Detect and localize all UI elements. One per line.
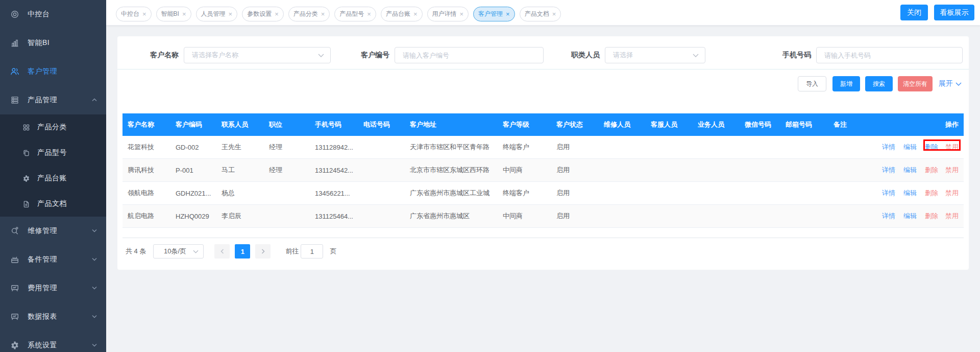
cell: 北京市市辖区东城区西环路 [405, 166, 498, 175]
import-button[interactable]: 导入 [798, 76, 826, 91]
disable-link[interactable]: 禁用 [945, 212, 959, 220]
chevron-down-icon [92, 257, 97, 261]
sidebar-item-spare-parts[interactable]: 备件管理 [0, 245, 106, 274]
sidebar-item-reports[interactable]: 数据报表 [0, 302, 106, 331]
tab-customer-management[interactable]: 客户管理× [473, 7, 515, 21]
sidebar-item-expenses[interactable]: 费用管理 [0, 274, 106, 302]
chevron-down-icon [92, 229, 97, 232]
edit-link[interactable]: 编辑 [903, 166, 917, 174]
tab-console[interactable]: 中控台× [116, 7, 152, 21]
sidebar-item-label: 维修管理 [28, 226, 57, 236]
close-icon[interactable]: × [460, 11, 464, 17]
close-icon[interactable]: × [413, 11, 418, 17]
goto-page-input[interactable] [301, 244, 323, 259]
table-header-row: 客户名称 客户编码 联系人员 职位 手机号码 电话号码 客户地址 客户等级 客户… [122, 113, 964, 136]
phone-input[interactable] [817, 48, 962, 63]
close-icon[interactable]: × [367, 11, 371, 17]
cell-actions: 详情编辑删除禁用 [874, 189, 964, 198]
customer-name-select[interactable]: 请选择客户名称 [184, 47, 331, 63]
board-display-button[interactable]: 看板展示 [934, 5, 974, 20]
sidebar-item-label: 备件管理 [28, 255, 57, 264]
page-number-button[interactable]: 1 [235, 244, 250, 259]
chevron-down-icon [193, 250, 199, 253]
expand-toggle[interactable]: 展开 [939, 79, 962, 88]
cell: 启用 [551, 212, 599, 221]
tab-user-detail[interactable]: 用户详情× [427, 7, 469, 21]
cell-actions: 详情编辑删除禁用 [874, 212, 964, 221]
sidebar-item-label: 系统设置 [28, 341, 57, 350]
tab-bi[interactable]: 智能BI× [156, 7, 191, 21]
sidebar-item-product-docs[interactable]: 产品文档 [0, 191, 106, 217]
edit-link[interactable]: 编辑 [903, 143, 917, 151]
detail-link[interactable]: 详情 [882, 212, 895, 220]
detail-link[interactable]: 详情 [882, 189, 895, 197]
sidebar-submenu-products: 产品分类 产品型号 产品台账 [0, 114, 106, 217]
copy-icon [22, 149, 30, 157]
delete-link[interactable]: 删除 [925, 166, 938, 174]
gear-icon [10, 341, 19, 350]
sidebar-item-settings[interactable]: 系统设置 [0, 331, 106, 352]
cell-actions: 详情编辑删除禁用 [874, 166, 964, 175]
disable-link[interactable]: 禁用 [945, 189, 959, 197]
search-button[interactable]: 搜索 [865, 76, 893, 91]
sidebar-item-customers[interactable]: 客户管理 [0, 57, 106, 86]
close-icon[interactable]: × [275, 11, 279, 17]
goto-label: 前往 [285, 247, 299, 256]
sidebar-item-product-ledger[interactable]: 产品台账 [0, 166, 106, 191]
filter-label: 职类人员 [544, 51, 600, 60]
gear-icon [22, 175, 30, 182]
sidebar-item-product-category[interactable]: 产品分类 [0, 114, 106, 140]
delete-link[interactable]: 删除 [925, 143, 938, 151]
customer-no-input[interactable] [395, 48, 543, 63]
sidebar-item-bi[interactable]: 智能BI [0, 29, 106, 57]
delete-link[interactable]: 删除 [925, 189, 938, 197]
add-button[interactable]: 新增 [832, 76, 860, 91]
cell: 王先生 [216, 143, 264, 152]
sidebar-item-products[interactable]: 产品管理 [0, 86, 106, 114]
cell: 13456221... [310, 190, 358, 197]
sidebar-item-console[interactable]: 中控台 [0, 0, 106, 29]
next-page-button[interactable] [255, 244, 271, 259]
chevron-left-icon [220, 249, 224, 254]
edit-link[interactable]: 编辑 [903, 189, 917, 197]
close-icon[interactable]: × [506, 11, 510, 17]
cell: 经理 [264, 143, 310, 152]
tab-product-ledger[interactable]: 产品台账× [381, 7, 423, 21]
close-button[interactable]: 关闭 [900, 5, 928, 20]
chevron-down-icon [92, 315, 97, 318]
clear-all-button[interactable]: 清空所有 [898, 76, 933, 91]
cell-customer-name: 花篮科技 [122, 143, 170, 152]
column-header: 操作 [874, 120, 964, 129]
tab-product-docs[interactable]: 产品文档× [520, 7, 561, 21]
disable-link[interactable]: 禁用 [945, 143, 959, 151]
cell: 马工 [216, 166, 264, 175]
close-icon[interactable]: × [321, 11, 325, 17]
close-icon[interactable]: × [552, 11, 556, 17]
cell: 经理 [264, 166, 310, 175]
page-size-select[interactable]: 10条/页 [153, 244, 204, 259]
tab-product-category[interactable]: 产品分类× [288, 7, 330, 21]
sidebar-item-repair[interactable]: 维修管理 [0, 217, 106, 245]
detail-link[interactable]: 详情 [882, 166, 895, 174]
staff-type-select[interactable]: 请选择 [605, 47, 705, 63]
sidebar-item-product-model[interactable]: 产品型号 [0, 140, 106, 166]
detail-link[interactable]: 详情 [882, 143, 895, 151]
tab-product-model[interactable]: 产品型号× [334, 7, 376, 21]
delete-link[interactable]: 删除 [925, 212, 938, 220]
column-header: 业务人员 [693, 120, 740, 129]
close-icon[interactable]: × [182, 11, 186, 17]
chevron-down-icon [955, 82, 962, 86]
column-header: 备注 [828, 120, 874, 129]
tab-staff[interactable]: 人员管理× [196, 7, 238, 21]
prev-page-button[interactable] [214, 244, 230, 259]
close-icon[interactable]: × [142, 11, 146, 17]
cell: 131124542... [310, 167, 358, 174]
filter-label: 客户编号 [333, 51, 389, 60]
disable-link[interactable]: 禁用 [945, 166, 959, 174]
repair-icon [10, 226, 19, 236]
content-card: 客户名称 请选择客户名称 客户编号 职类人员 请选择 [117, 36, 969, 270]
close-icon[interactable]: × [229, 11, 233, 17]
chevron-down-icon [693, 54, 699, 57]
edit-link[interactable]: 编辑 [903, 212, 917, 220]
tab-params[interactable]: 参数设置× [242, 7, 284, 21]
